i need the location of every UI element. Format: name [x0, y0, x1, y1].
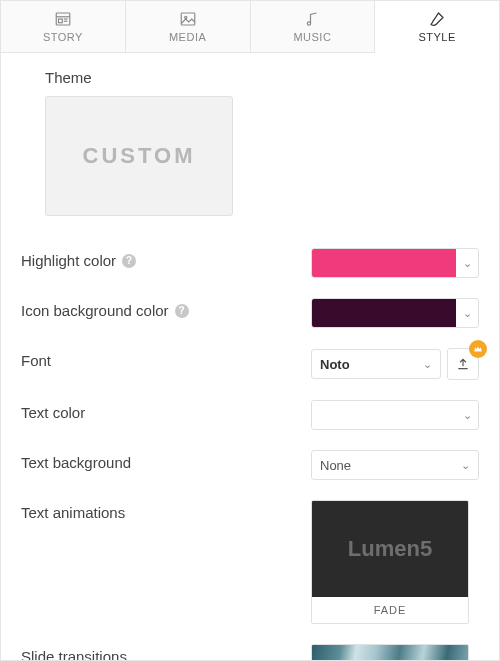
chevron-down-icon: ⌄ [456, 299, 478, 327]
icon-bg-color-picker[interactable]: ⌄ [311, 298, 479, 328]
text-color-label: Text color [21, 400, 301, 421]
text-animation-option[interactable]: Lumen5 FADE [311, 500, 469, 624]
brush-icon [427, 10, 447, 28]
svg-point-7 [308, 22, 311, 25]
tab-story[interactable]: STORY [1, 1, 126, 52]
icon-bg-color-swatch [312, 299, 456, 327]
help-icon[interactable]: ? [122, 254, 136, 268]
icon-bg-color-label: Icon background color ? [21, 298, 301, 319]
text-background-label: Text background [21, 450, 301, 471]
music-note-icon [302, 10, 322, 28]
text-color-picker[interactable]: ⌄ [311, 400, 479, 430]
svg-rect-2 [58, 19, 62, 23]
text-background-select[interactable]: None ⌄ [311, 450, 479, 480]
highlight-color-label: Highlight color ? [21, 248, 301, 269]
text-background-value: None [320, 458, 351, 473]
highlight-color-swatch [312, 249, 456, 277]
image-icon [178, 10, 198, 28]
font-select-value: Noto [320, 357, 350, 372]
theme-heading: Theme [45, 69, 479, 86]
svg-rect-5 [181, 13, 195, 25]
style-panel: Theme CUSTOM Highlight color ? ⌄ Icon ba… [1, 53, 499, 661]
highlight-color-picker[interactable]: ⌄ [311, 248, 479, 278]
premium-badge-icon [469, 340, 487, 358]
text-animations-label: Text animations [21, 500, 301, 521]
tab-style[interactable]: STYLE [375, 1, 499, 53]
chevron-down-icon: ⌄ [456, 401, 478, 429]
text-color-swatch [312, 401, 456, 429]
tab-music-label: MUSIC [293, 31, 331, 43]
chevron-down-icon: ⌄ [423, 358, 432, 371]
animation-caption: FADE [312, 597, 468, 623]
chevron-down-icon: ⌄ [456, 249, 478, 277]
chevron-down-icon: ⌄ [461, 459, 470, 472]
animation-preview: Lumen5 [312, 501, 468, 597]
tab-media[interactable]: MEDIA [126, 1, 251, 52]
theme-card-custom[interactable]: CUSTOM [45, 96, 233, 216]
tab-style-label: STYLE [418, 31, 455, 43]
slide-transition-option[interactable] [311, 644, 469, 661]
tab-music[interactable]: MUSIC [251, 1, 376, 52]
font-label: Font [21, 348, 301, 369]
newspaper-icon [53, 10, 73, 28]
tabs-bar: STORY MEDIA MUSIC STYLE [1, 1, 499, 53]
tab-media-label: MEDIA [169, 31, 206, 43]
help-icon[interactable]: ? [175, 304, 189, 318]
upload-icon [456, 357, 470, 371]
slide-transitions-label: Slide transitions [21, 644, 301, 661]
upload-font-button[interactable] [447, 348, 479, 380]
theme-card-label: CUSTOM [83, 143, 196, 169]
font-select[interactable]: Noto ⌄ [311, 349, 441, 379]
tab-story-label: STORY [43, 31, 83, 43]
